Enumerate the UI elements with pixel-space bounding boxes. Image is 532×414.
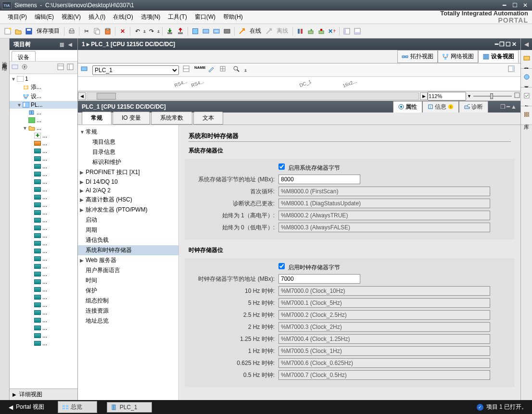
prop-nav-item[interactable]: 保护 (78, 286, 178, 296)
maximize-button[interactable]: ☐ (510, 1, 519, 9)
inspector-min-icon[interactable]: ━ (507, 103, 510, 110)
tree-block[interactable]: ... (10, 163, 77, 170)
tree-block[interactable]: ... (10, 178, 77, 186)
tree-block[interactable]: ... (10, 139, 77, 147)
tb-icon-2[interactable] (201, 26, 211, 36)
device-selector[interactable]: PLC_1 (92, 65, 179, 75)
prop-nav-item[interactable]: ▶脉冲发生器 (PTO/PWM) (78, 205, 178, 215)
dev-tool-2[interactable]: NAME (194, 65, 204, 75)
tree-block[interactable]: ... (10, 209, 77, 216)
tree-plc-config[interactable]: ... (10, 109, 77, 116)
tab-texts[interactable]: 文本 (193, 112, 223, 125)
editor-restore-icon[interactable]: ❐ (499, 41, 505, 48)
expand-icon[interactable]: ▼ (11, 76, 16, 82)
tb-icon-3[interactable] (212, 26, 221, 36)
enable-clock-memory-checkbox[interactable]: 启用时钟存储器字节 (279, 264, 340, 271)
prop-nav-item[interactable]: 系统和时钟存储器 (78, 245, 178, 255)
device-canvas[interactable]: RS4... RS4... DC_1 16x2... (78, 77, 520, 91)
tab-diagnostics[interactable]: 诊断 (459, 101, 488, 113)
tab-io-vars[interactable]: IO 变量 (113, 112, 150, 125)
tree-plc-folder[interactable]: ▼ ... (10, 124, 77, 132)
zoom-fit-icon[interactable] (514, 92, 520, 100)
tree-nav-fwd-icon[interactable] (21, 63, 30, 72)
prop-nav-item[interactable]: 标识和维护 (78, 157, 178, 167)
tree-block[interactable]: ... (10, 286, 77, 293)
enable-system-checkbox[interactable] (279, 163, 285, 170)
prop-nav-item[interactable]: 周期 (78, 225, 178, 235)
tree-block[interactable]: ... (10, 147, 77, 155)
upload-button[interactable] (176, 26, 185, 36)
tree-block[interactable]: ... (10, 201, 77, 209)
tree-block[interactable]: ... (10, 216, 77, 224)
prop-nav-item[interactable]: 通信负载 (78, 235, 178, 245)
menu-view[interactable]: 视图(V) (58, 11, 85, 23)
tree-block[interactable]: ... (10, 193, 77, 201)
tree-root[interactable]: ▼ 1 (10, 75, 77, 83)
tree-block[interactable]: ... (10, 232, 77, 239)
status-tab-overview[interactable]: 总览 (58, 401, 97, 413)
panel-collapse-icon[interactable]: ◀ (67, 41, 74, 48)
menu-options[interactable]: 选项(N) (137, 11, 165, 23)
device-dropdown-icon[interactable] (81, 65, 90, 75)
network-view-tab[interactable]: 网络视图 (438, 50, 478, 63)
portal-view-button[interactable]: ◀ Portal 视图 (5, 402, 48, 412)
tree-devices[interactable]: 设... (10, 92, 77, 101)
menu-online[interactable]: 在线(O) (109, 11, 137, 23)
status-tab-plc[interactable]: PLC_1 (107, 402, 152, 413)
prop-nav-item[interactable]: 用户界面语言 (78, 265, 178, 276)
enable-clock-checkbox[interactable] (279, 263, 285, 269)
editor-max-icon[interactable]: ☐ (506, 41, 511, 48)
tab-info[interactable]: i 信息 ! (422, 101, 459, 113)
print-button[interactable] (67, 26, 76, 36)
zoom-button[interactable] (233, 65, 242, 75)
tb-icon-1[interactable] (190, 26, 200, 36)
panel-pin-icon[interactable]: ▥ (58, 41, 65, 48)
tree-block[interactable]: ... (10, 278, 77, 286)
menu-window[interactable]: 窗口(W) (191, 11, 219, 23)
system-memory-address-input[interactable] (279, 175, 360, 184)
tree-nav-back-icon[interactable] (12, 63, 20, 72)
prop-nav-item[interactable]: ▶Web 服务器 (78, 255, 178, 265)
tb-layout-2[interactable] (353, 26, 362, 36)
delete-button[interactable]: ✕ (118, 26, 127, 36)
right-collapse-icon[interactable]: ◀ (521, 38, 532, 50)
tree-block[interactable]: ... (10, 170, 77, 178)
tree-block[interactable]: ... (10, 247, 77, 255)
tb-icon-a[interactable] (295, 26, 305, 36)
menu-edit[interactable]: 编辑(E) (31, 11, 58, 23)
tree-block[interactable]: ... (10, 332, 77, 339)
hardware-catalog-tab[interactable]: 硬件目录 (521, 50, 532, 69)
tree-block[interactable]: ... (10, 263, 77, 270)
inspector-up-icon[interactable]: ▲ (511, 103, 517, 110)
tb-icon-b[interactable] (306, 26, 316, 36)
undo-button[interactable]: ↶ (133, 26, 142, 36)
prop-nav-item[interactable]: 项目信息 (78, 137, 178, 147)
tb-icon-4[interactable] (222, 26, 232, 36)
device-view-tab[interactable]: 设备视图 (478, 50, 519, 63)
editor-close-icon[interactable]: ✕ (512, 41, 517, 48)
tree-view-1-icon[interactable] (57, 63, 66, 72)
prop-nav-item[interactable]: 启动 (78, 215, 178, 225)
tree-block[interactable]: ... (10, 301, 77, 309)
open-project-button[interactable] (13, 26, 23, 36)
expand-icon[interactable]: ▼ (22, 125, 28, 131)
tree-block[interactable]: ... (10, 270, 77, 278)
menu-help[interactable]: 帮助(H) (219, 11, 247, 23)
tab-properties[interactable]: 属性 (393, 101, 422, 113)
tab-general[interactable]: 常规 (82, 112, 112, 125)
tree-block[interactable]: ... (10, 224, 77, 232)
dev-tool-4[interactable] (219, 65, 229, 75)
dev-tool-right[interactable] (508, 65, 518, 75)
tb-icon-c[interactable] (317, 26, 326, 36)
tree-block[interactable]: ... (10, 155, 77, 163)
editor-min-icon[interactable]: ━ (495, 41, 498, 48)
menu-project[interactable]: 项目(P) (4, 11, 31, 23)
new-project-button[interactable] (3, 26, 13, 36)
menu-tools[interactable]: 工具(T) (164, 11, 190, 23)
clock-memory-address-input[interactable] (279, 274, 360, 284)
copy-button[interactable] (92, 26, 102, 36)
paste-button[interactable] (103, 26, 113, 36)
prop-nav-item[interactable]: ▶AI 2/AQ 2 (78, 186, 178, 195)
prop-nav-item[interactable]: ▶高速计数器 (HSC) (78, 195, 178, 205)
menu-insert[interactable]: 插入(I) (85, 11, 109, 23)
